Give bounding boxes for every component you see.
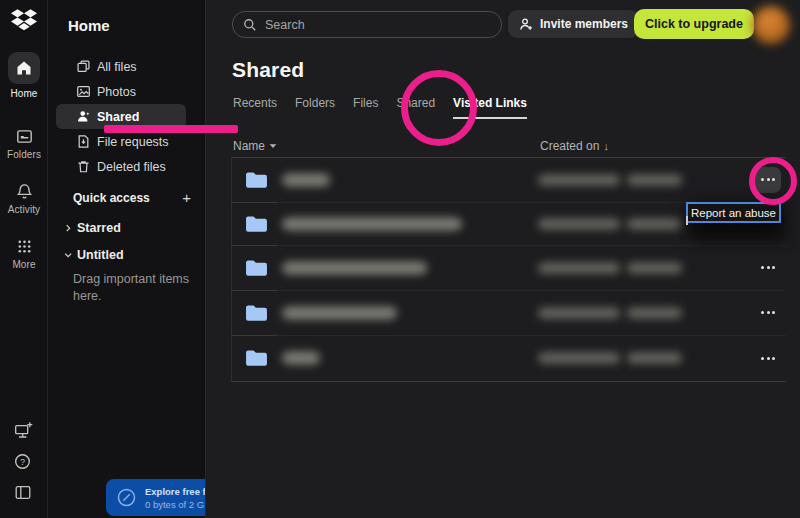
annotation-underline-shared — [104, 125, 238, 133]
sidebar-title: Home — [68, 17, 110, 34]
column-header-name[interactable]: Name — [233, 139, 277, 153]
rail-item-folders[interactable]: Folders — [0, 127, 48, 160]
install-app-icon[interactable] — [14, 421, 33, 439]
tab-folders[interactable]: Folders — [295, 96, 335, 119]
sidebar-item-all-files[interactable]: All files — [48, 54, 205, 79]
more-options-button[interactable] — [755, 167, 781, 193]
rail-item-label: Home — [10, 88, 37, 99]
more-options-button[interactable] — [755, 300, 781, 326]
redacted-created-date — [538, 307, 620, 318]
column-header-created-on[interactable]: Created on ↓ — [540, 139, 609, 153]
caret-down-icon — [269, 143, 277, 149]
redacted-created-time — [627, 218, 682, 229]
search-bar[interactable] — [232, 11, 502, 38]
sidebar-item-label: Shared — [97, 110, 139, 124]
bell-icon — [15, 182, 33, 200]
more-options-button[interactable] — [755, 255, 781, 281]
stack-icon — [75, 59, 91, 75]
quick-access-title: Quick access — [73, 191, 150, 205]
table-row[interactable] — [231, 245, 786, 290]
file-request-icon — [75, 134, 91, 150]
redacted-file-name — [282, 217, 462, 230]
collapse-sidebar-icon[interactable] — [15, 485, 31, 500]
chevron-down-icon — [62, 249, 74, 261]
avatar[interactable] — [752, 6, 790, 44]
tab-visited-links[interactable]: Visited Links — [453, 96, 527, 119]
redacted-created-time — [627, 174, 682, 185]
search-icon — [243, 18, 257, 32]
photo-icon — [75, 84, 91, 100]
people-icon — [75, 109, 91, 125]
redacted-file-name — [282, 306, 397, 319]
context-menu-item-report-abuse[interactable]: Report an abuse — [686, 202, 781, 223]
sidebar-item-label: Photos — [97, 85, 136, 99]
sidebar-item-label: File requests — [97, 135, 169, 149]
svg-text:?: ? — [20, 457, 25, 467]
rail-item-label: Folders — [7, 149, 41, 160]
sidebar-group-label: Untitled — [77, 248, 124, 262]
arrow-down-icon: ↓ — [603, 140, 609, 152]
help-icon[interactable]: ? — [14, 453, 31, 470]
rail-item-activity[interactable]: Activity — [0, 182, 48, 215]
search-input[interactable] — [265, 18, 465, 32]
redacted-created-date — [538, 262, 620, 273]
table-bottom-divider — [231, 381, 786, 382]
redacted-file-name — [282, 352, 320, 365]
sidebar-group-starred[interactable]: Starred — [62, 221, 121, 235]
folder-icon — [245, 303, 268, 322]
redacted-file-name — [282, 261, 427, 274]
rail-item-label: More — [12, 259, 35, 270]
page-title: Shared — [232, 58, 304, 82]
table-row[interactable] — [231, 290, 786, 335]
dropbox-logo-icon[interactable] — [11, 9, 37, 32]
app-rail: Home Folders Activity More — [0, 0, 48, 518]
folders-icon — [15, 127, 33, 145]
rail-item-home[interactable]: Home — [0, 52, 48, 99]
redacted-created-date — [538, 174, 620, 185]
redacted-created-date — [538, 353, 620, 364]
folder-icon — [245, 170, 268, 189]
folder-icon — [245, 258, 268, 277]
person-plus-icon — [519, 17, 534, 32]
sidebar: Home All files Photos — [48, 0, 205, 518]
tab-recents[interactable]: Recents — [233, 96, 277, 119]
meter-icon — [116, 487, 137, 508]
tab-shared[interactable]: Shared — [396, 96, 435, 119]
add-quick-access-button[interactable]: + — [182, 193, 191, 203]
trash-icon — [75, 159, 91, 175]
sidebar-group-untitled[interactable]: Untitled — [62, 248, 124, 262]
table-row[interactable] — [231, 157, 786, 202]
redacted-file-name — [282, 173, 330, 186]
sidebar-item-label: Deleted files — [97, 160, 166, 174]
tab-bar: Recents Folders Files Shared Visited Lin… — [233, 96, 527, 119]
more-options-button[interactable] — [755, 345, 781, 371]
rail-item-more[interactable]: More — [0, 237, 48, 270]
chevron-right-icon — [62, 222, 74, 234]
tab-files[interactable]: Files — [353, 96, 378, 119]
redacted-created-date — [538, 218, 620, 229]
drag-hint-text: Drag important items here. — [73, 271, 189, 305]
grid-icon — [15, 237, 33, 255]
folder-icon — [245, 214, 268, 233]
folder-icon — [245, 349, 268, 368]
redacted-created-time — [627, 353, 682, 364]
sidebar-item-deleted-files[interactable]: Deleted files — [48, 154, 205, 179]
table-row[interactable] — [231, 335, 786, 381]
rail-item-label: Activity — [8, 204, 40, 215]
text-cursor — [686, 216, 688, 225]
upgrade-button[interactable]: Click to upgrade — [634, 9, 754, 39]
sidebar-item-photos[interactable]: Photos — [48, 79, 205, 104]
redacted-created-time — [627, 307, 682, 318]
redacted-created-time — [627, 262, 682, 273]
home-icon — [8, 52, 40, 84]
sidebar-group-label: Starred — [77, 221, 121, 235]
invite-members-button[interactable]: Invite members — [508, 10, 639, 38]
sidebar-item-label: All files — [97, 60, 137, 74]
